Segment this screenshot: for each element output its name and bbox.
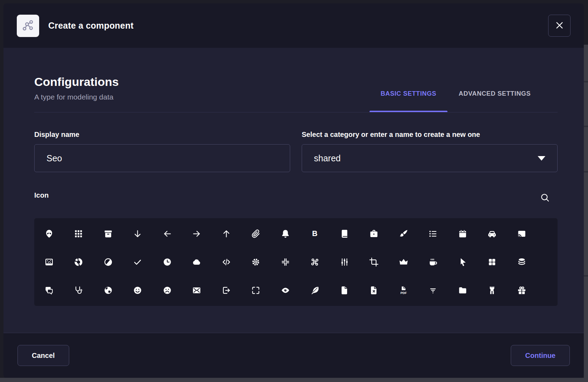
cloud-icon[interactable] [182,248,212,276]
sliders-icon[interactable] [330,248,359,276]
crop-icon[interactable] [359,248,389,276]
emotion-happy-icon[interactable] [123,276,153,304]
cancel-button[interactable]: Cancel [17,345,69,366]
category-select-value: shared [314,153,340,163]
display-name-input[interactable] [46,153,278,163]
chart-circle-icon[interactable] [64,248,94,276]
bell-icon[interactable] [271,220,300,248]
car-icon[interactable] [478,220,507,248]
attachment-icon[interactable] [241,220,271,248]
component-icon [21,19,35,33]
paint-brush-icon[interactable] [389,220,418,248]
clock-icon[interactable] [152,248,182,276]
modal-footer: Cancel Continue [3,333,584,378]
arrow-down-icon[interactable] [123,220,153,248]
page-backdrop-right [584,45,588,378]
chart-pie-icon[interactable] [93,248,123,276]
gift-icon[interactable] [507,276,537,304]
tab-basic-settings-label: BASIC SETTINGS [381,90,436,97]
arrow-left-icon[interactable] [152,220,182,248]
svg-text:PDF: PDF [400,291,407,295]
archive-icon[interactable] [93,220,123,248]
apps-icon[interactable] [64,220,94,248]
display-name-field [34,144,290,172]
tab-basic-settings[interactable]: BASIC SETTINGS [370,90,447,112]
close-button[interactable] [548,15,571,37]
earth-icon[interactable] [93,276,123,304]
tab-advanced-settings[interactable]: ADVANCED SETTINGS [447,90,542,112]
create-component-modal: Create a component Configurations A type… [3,3,584,378]
eye-icon[interactable] [271,276,300,304]
castle-gate-icon[interactable] [478,276,507,304]
modal-body: Configurations A type for modeling data … [3,48,584,333]
collapse-icon[interactable] [271,248,300,276]
heading-group: Configurations A type for modeling data [34,75,119,101]
bold-icon[interactable]: B [300,220,330,248]
calendar-icon[interactable] [448,220,478,248]
folder-icon[interactable] [448,276,478,304]
page-subtitle: A type for modeling data [34,93,119,101]
crown-icon[interactable] [389,248,418,276]
arrow-right-icon[interactable] [182,220,212,248]
icon-grid: BPDF [34,218,558,306]
coffee-cup-icon[interactable] [418,248,448,276]
database-icon[interactable] [507,248,537,276]
book-icon[interactable] [330,220,359,248]
component-icon-tile [17,15,39,37]
category-label: Select a category or enter a name to cre… [302,131,480,139]
check-icon[interactable] [123,248,153,276]
feather-icon[interactable] [300,276,330,304]
cast-icon[interactable] [507,220,537,248]
cursor-icon[interactable] [448,248,478,276]
file-error-icon[interactable] [359,276,389,304]
command-icon[interactable] [300,248,330,276]
tab-advanced-settings-label: ADVANCED SETTINGS [459,90,531,97]
display-name-label: Display name [34,131,79,139]
discuss-icon[interactable] [34,276,64,304]
page-title: Configurations [34,75,119,89]
arrow-up-icon[interactable] [211,220,241,248]
icon-search-button[interactable] [540,192,550,203]
modal-title: Create a component [48,21,134,31]
exit-icon[interactable] [211,276,241,304]
page-backdrop-bottom [0,378,588,382]
chart-bubble-icon[interactable] [34,248,64,276]
cog-icon[interactable] [241,248,271,276]
briefcase-icon[interactable] [359,220,389,248]
file-icon[interactable] [330,276,359,304]
chevron-down-icon [538,156,545,161]
category-select[interactable]: shared [302,144,558,172]
dashboard-icon[interactable] [478,248,507,276]
filter-icon[interactable] [418,276,448,304]
stethoscope-icon[interactable] [64,276,94,304]
expand-icon[interactable] [241,276,271,304]
icon-section-label: Icon [34,191,49,199]
continue-button[interactable]: Continue [511,345,570,366]
code-icon[interactable] [211,248,241,276]
file-pdf-icon[interactable]: PDF [389,276,418,304]
alien-icon[interactable] [34,220,64,248]
bullet-list-icon[interactable] [418,220,448,248]
settings-tabs: BASIC SETTINGS ADVANCED SETTINGS [370,90,542,112]
close-icon [555,21,564,31]
emotion-unhappy-icon[interactable] [152,276,182,304]
svg-text:B: B [312,229,317,238]
modal-header: Create a component [3,3,584,48]
tabs-divider [34,112,558,112]
envelope-icon[interactable] [182,276,212,304]
search-icon [540,199,550,204]
